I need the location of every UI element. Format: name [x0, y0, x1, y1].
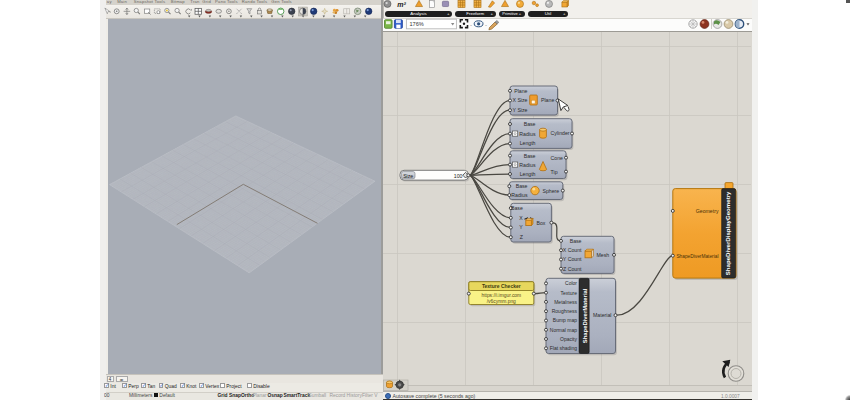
- svg-text:Base: Base: [511, 205, 523, 211]
- svg-text:X Count: X Count: [563, 247, 582, 253]
- svg-text:Base: Base: [570, 238, 582, 244]
- svg-text:Base: Base: [524, 121, 536, 127]
- svg-text:Radius: Radius: [511, 192, 528, 198]
- svg-text:Y: Y: [519, 224, 523, 230]
- svg-text:ShapeDiverMaterial: ShapeDiverMaterial: [676, 254, 718, 259]
- svg-text:Sphere: Sphere: [543, 188, 560, 194]
- svg-text:Tip: Tip: [551, 169, 558, 175]
- svg-text:-: -: [485, 22, 487, 28]
- svg-text:Opacity: Opacity: [560, 336, 577, 342]
- svg-text:Texture: Texture: [561, 290, 578, 296]
- svg-text:Base: Base: [516, 183, 528, 189]
- svg-text:Size: Size: [403, 173, 413, 179]
- svg-text:Length: Length: [520, 140, 536, 146]
- svg-text:Y Count: Y Count: [563, 256, 582, 262]
- svg-text:Length: Length: [520, 171, 536, 177]
- svg-text:Radius: Radius: [519, 131, 536, 137]
- svg-text:Metalness: Metalness: [554, 299, 577, 305]
- svg-text:Roughness: Roughness: [552, 308, 578, 314]
- svg-text:ShapeDiverDisplayGeometry: ShapeDiverDisplayGeometry: [724, 191, 731, 275]
- svg-text:ShapeDiverMaterial: ShapeDiverMaterial: [582, 288, 588, 343]
- svg-text:/v6cymm.png: /v6cymm.png: [487, 299, 516, 304]
- svg-text:Z Count: Z Count: [563, 266, 582, 272]
- svg-text:m²: m²: [397, 1, 406, 8]
- svg-text:https://i.imgur.com: https://i.imgur.com: [481, 293, 521, 298]
- svg-text:Y Size: Y Size: [513, 107, 528, 113]
- svg-text:100: 100: [454, 173, 463, 179]
- svg-text:X: X: [519, 215, 523, 221]
- svg-text:Box: Box: [537, 220, 546, 226]
- svg-text:X Size: X Size: [513, 97, 528, 103]
- svg-text:Color: Color: [565, 280, 577, 286]
- svg-text:Mesh: Mesh: [597, 252, 610, 258]
- svg-text:-: -: [470, 22, 472, 28]
- svg-text:Material: Material: [593, 312, 611, 318]
- svg-text:Texture Checker: Texture Checker: [482, 283, 521, 289]
- svg-text:Plane: Plane: [541, 97, 554, 103]
- svg-text:176%: 176%: [410, 21, 424, 27]
- svg-text:Z: Z: [520, 234, 523, 240]
- svg-text:Radius: Radius: [519, 162, 536, 168]
- svg-text:Bump map: Bump map: [553, 317, 577, 323]
- svg-text:Base: Base: [524, 153, 536, 159]
- svg-text:Cylinder: Cylinder: [551, 130, 570, 136]
- svg-text:Cone: Cone: [551, 155, 564, 161]
- svg-text:Normal map: Normal map: [550, 327, 577, 333]
- svg-text:Flat shading: Flat shading: [550, 345, 577, 351]
- svg-text:Geometry: Geometry: [696, 208, 719, 214]
- svg-text:Plane: Plane: [514, 88, 527, 94]
